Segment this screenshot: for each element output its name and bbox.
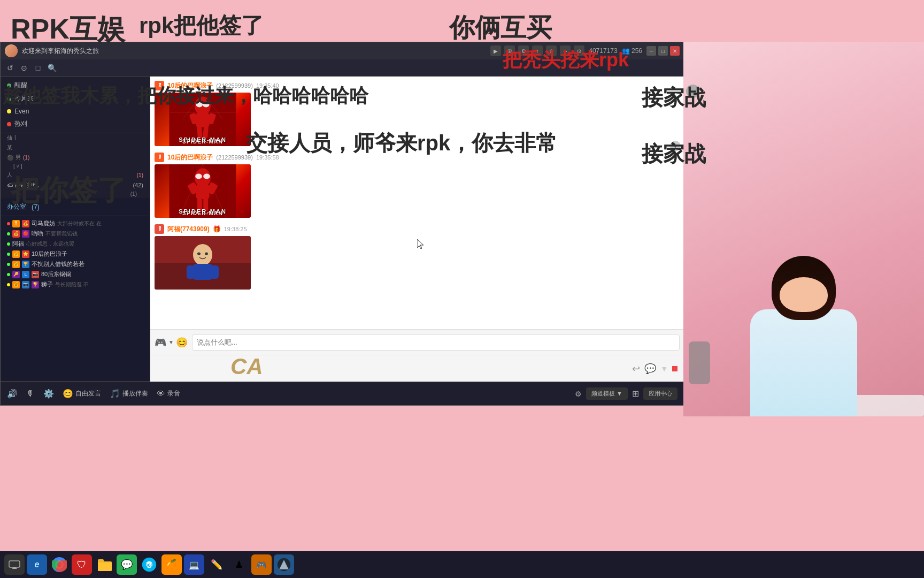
status-dot — [7, 242, 10, 246]
idle-label: 静画挂机 — [15, 181, 38, 189]
member-badge: 🎖 — [12, 220, 20, 227]
settings-icon[interactable]: ⚙ — [518, 45, 529, 56]
maximize-button[interactable]: □ — [658, 46, 668, 56]
svg-rect-20 — [197, 198, 202, 211]
sidebar-item-2[interactable]: 等风来 — [1, 92, 150, 105]
office-label[interactable]: 办公室 (7) — [1, 200, 150, 214]
status-dot — [7, 232, 10, 235]
username: 阿福(7743909) — [167, 225, 210, 234]
send-dropdown[interactable]: ▼ — [660, 364, 668, 373]
member-badge: 💰 — [12, 261, 20, 268]
music-control[interactable]: 🎵 播放伴奏 — [110, 389, 148, 399]
svg-rect-33 — [9, 561, 20, 567]
sidebar-item-1[interactable]: 醒醒 — [1, 79, 150, 92]
taskbar-pen-icon[interactable]: ✏️ — [206, 554, 227, 575]
dropdown-arrow[interactable]: ▼ — [168, 339, 174, 345]
sidebar: 醒醒 等风来 Even 热刈 仙 | — [1, 77, 150, 382]
member-row[interactable]: 🔑 L 📷 80后东锅锅 — [1, 269, 150, 279]
taskbar-chess-icon[interactable]: ♟ — [229, 554, 249, 575]
taskbar-orange-icon[interactable]: 🍊 — [161, 554, 182, 575]
star-icon[interactable]: ★ — [546, 45, 557, 56]
taskbar-antivirus-icon[interactable]: 🛡 — [72, 554, 92, 575]
square-icon[interactable]: □ — [33, 63, 43, 73]
spiderman-image2: SPIDER-MAN — [155, 164, 251, 218]
member-row[interactable]: 💰 🏆 不扰别人借钱的若若 — [1, 259, 150, 269]
svg-text:360: 360 — [145, 562, 153, 568]
scroll-up-button[interactable]: ▼ — [670, 141, 681, 151]
sidebar-label: 醒醒 — [14, 81, 27, 90]
member-list: 🎖 💰 司马鹿妨 大部分时候不在 在 💰 🔴 哟哟 不要帮我铅钱 阿福 心好感思… — [1, 216, 150, 382]
member-name: 10后的巴浪子 — [32, 250, 67, 258]
indent-item3: 人 — [7, 171, 12, 179]
circle-icon[interactable]: ⊙ — [19, 63, 29, 73]
emoji-control[interactable]: 😊 自由发言 — [63, 389, 101, 399]
taskbar-computer-icon[interactable]: 💻 — [184, 554, 204, 575]
search-icon[interactable]: 🔍 — [47, 63, 57, 73]
status-dot — [7, 109, 11, 113]
sidebar-label: Even — [14, 108, 29, 115]
member-row[interactable]: 💰 📷 🏆 狮子 号长期陪逛 不 — [1, 279, 150, 290]
timestamp: 19:38:25 — [224, 226, 247, 232]
taskbar-chrome-icon[interactable] — [49, 554, 70, 575]
svg-rect-21 — [203, 198, 208, 211]
member-status: 心好感思，永远也罢 — [26, 240, 74, 248]
stream-avatar — [5, 44, 18, 57]
svg-point-23 — [203, 174, 210, 179]
window-controls: ─ □ ✕ — [646, 46, 680, 56]
chat-bubble-icon[interactable]: 💬 — [644, 363, 656, 375]
member-row[interactable]: 💰 ⭐ 10后的巴浪子 — [1, 249, 150, 259]
member-row[interactable]: 阿福 心好感思，永远也罢 — [1, 239, 150, 249]
taskbar-ie-icon[interactable]: e — [27, 554, 47, 575]
indent-item: 仙 — [7, 134, 12, 142]
online-count: 👥 256 — [622, 47, 642, 55]
record-control[interactable]: 👁 录音 — [157, 389, 180, 399]
taskbar-360-icon[interactable]: 360 — [139, 554, 159, 575]
svg-point-31 — [197, 253, 201, 255]
stream-window: 欢迎来到李拓海的秃头之旅 ▶ ⊞ ⚙ ↑ ★ → ⊙ 40717173 👥 25… — [0, 42, 684, 406]
stats-icon[interactable]: ▶ — [490, 45, 501, 56]
taskbar-game2-icon[interactable] — [274, 554, 294, 575]
grid-icon[interactable]: ⊞ — [632, 389, 639, 399]
taskbar-game1-icon[interactable]: 🎮 — [251, 554, 272, 575]
volume-control[interactable]: 🔊 — [7, 389, 18, 399]
chat-image: SPIDER-MAN — [155, 93, 251, 146]
toolbar: ↺ ⊙ □ 🔍 — [1, 59, 684, 77]
taskbar-screen-icon[interactable] — [4, 554, 25, 575]
member-name: 80后东锅锅 — [41, 270, 71, 278]
send-icon[interactable]: ↩ — [632, 363, 640, 375]
chat-area: ▼ 🎖 10后的巴啊浪子 (2122599939) 19:35:40 — [150, 77, 684, 382]
refresh-icon[interactable]: ↺ — [5, 63, 16, 73]
template-button[interactable]: 频道模板 ▼ — [586, 387, 628, 400]
office-section: 办公室 (7) — [1, 198, 150, 216]
member-badge: 💰 — [12, 250, 20, 258]
gamepad-icon[interactable]: 🎮 — [155, 337, 166, 348]
chat-input[interactable] — [192, 334, 680, 351]
sidebar-item-4[interactable]: 热刈 — [1, 117, 150, 131]
user-id: 40717173 — [589, 47, 617, 55]
music-label: 播放伴奏 — [122, 389, 148, 398]
apps-button[interactable]: 应用中心 — [643, 387, 677, 400]
arrow-icon[interactable]: → — [560, 45, 571, 56]
eq-control[interactable]: ⚙️ — [43, 389, 54, 399]
bracket-item: [ √ ] — [13, 163, 22, 169]
status-dot — [7, 253, 10, 256]
taskbar-wechat-icon[interactable]: 💬 — [117, 554, 137, 575]
chat-message: 🎖 10后的巴啊浪子 (2122599939) 19:35:58 — [155, 153, 680, 218]
share-icon[interactable]: ↑ — [532, 45, 543, 56]
settings-icon[interactable]: ⚙ — [575, 390, 582, 398]
camera-icon[interactable]: ⊞ — [504, 45, 515, 56]
sidebar-item-3[interactable]: Even — [1, 105, 150, 117]
face-icon[interactable]: 😊 — [176, 337, 188, 348]
shield-icon[interactable]: ⊙ — [574, 45, 584, 56]
mic-control[interactable]: 🎙 — [26, 389, 35, 399]
taskbar-folder-icon[interactable] — [94, 554, 114, 575]
member-row[interactable]: 💰 🔴 哟哟 不要帮我铅钱 — [1, 229, 150, 239]
message-header: 🎖 10后的巴啊浪子 (2122599939) 19:35:58 — [155, 153, 680, 162]
member-row[interactable]: 🎖 💰 司马鹿妨 大部分时候不在 在 — [1, 218, 150, 229]
idle-count: (42) — [133, 182, 143, 188]
svg-rect-35 — [12, 568, 17, 569]
pipe-sep: | — [14, 134, 16, 142]
close-button[interactable]: ✕ — [670, 46, 680, 56]
chat-image: SPIDER-MAN — [155, 164, 251, 218]
minimize-button[interactable]: ─ — [646, 46, 656, 56]
